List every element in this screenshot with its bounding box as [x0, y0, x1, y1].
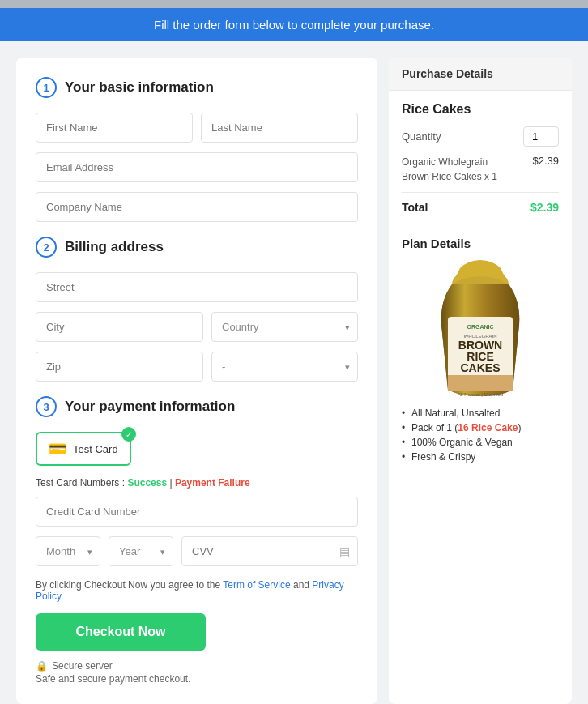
- card-option[interactable]: 💳 Test Card ✓: [36, 432, 131, 466]
- main-content: 1 Your basic information: [0, 41, 588, 704]
- right-panel: Purchase Details Rice Cakes Quantity Org…: [389, 58, 572, 704]
- section2-title-row: 2 Billing address: [36, 237, 358, 258]
- feature-4: Fresh & Crispy: [402, 451, 559, 463]
- cvv-card-icon: ▤: [339, 545, 350, 558]
- zip-input[interactable]: [36, 352, 203, 382]
- feature-1: All Natural, Unsalted: [402, 407, 559, 419]
- top-banner: Fill the order form below to complete yo…: [0, 8, 588, 41]
- section2: 2 Billing address Country ▾: [36, 237, 358, 382]
- svg-text:All Natural | Unsalted: All Natural | Unsalted: [458, 392, 503, 397]
- cvv-wrapper: ▤: [181, 536, 358, 566]
- email-row: [36, 152, 358, 182]
- checkout-button[interactable]: Checkout Now: [36, 613, 206, 651]
- section1-title: Your basic information: [65, 79, 214, 96]
- country-wrapper: Country ▾: [211, 312, 358, 342]
- secure-info: 🔒 Secure server Safe and secure payment …: [36, 660, 358, 685]
- terms-link[interactable]: Term of Service: [223, 579, 290, 591]
- last-name-input[interactable]: [201, 113, 358, 143]
- left-panel: 1 Your basic information: [16, 58, 377, 704]
- street-row: [36, 272, 358, 302]
- product-name: Rice Cakes: [402, 102, 559, 117]
- product-row: Organic Wholegrain Brown Rice Cakes x 1 …: [402, 155, 559, 184]
- terms-text: By clicking Checkout Now you agree to th…: [36, 579, 358, 602]
- product-image-container: ORGANIC WHOLEGRAIN BROWN RICE CAKES All …: [402, 260, 559, 398]
- banner-text: Fill the order form below to complete yo…: [154, 18, 434, 32]
- section3-title: Your payment information: [65, 399, 235, 415]
- company-row: [36, 192, 358, 222]
- svg-rect-7: [448, 375, 513, 391]
- safe-text-row: Safe and secure payment checkout.: [36, 673, 358, 685]
- month-wrapper: Month 010203 040506 070809 101112 ▾: [36, 536, 100, 566]
- quantity-row: Quantity: [402, 126, 559, 147]
- quantity-label: Quantity: [402, 130, 441, 143]
- page-wrapper: Fill the order form below to complete yo…: [0, 8, 588, 704]
- plan-details-title: Plan Details: [402, 237, 559, 250]
- section3-title-row: 3 Your payment information: [36, 396, 358, 417]
- product-price: $2.39: [532, 155, 559, 184]
- safe-text: Safe and secure payment checkout.: [36, 673, 190, 685]
- country-select[interactable]: Country: [211, 312, 358, 342]
- success-link[interactable]: Success: [127, 477, 167, 489]
- card-check-badge: ✓: [121, 427, 136, 442]
- section2-title: Billing address: [65, 239, 164, 255]
- year-wrapper: Year 202420252026 202720282029 ▾: [109, 536, 173, 566]
- step3-circle: 3: [36, 396, 57, 417]
- cvv-input[interactable]: [181, 536, 358, 566]
- email-input[interactable]: [36, 152, 358, 182]
- svg-text:CAKES: CAKES: [460, 361, 500, 374]
- total-label: Total: [402, 201, 428, 214]
- feature-3: 100% Organic & Vegan: [402, 437, 559, 448]
- street-input[interactable]: [36, 272, 358, 302]
- section3: 3 Your payment information 💳 Test Card ✓…: [36, 396, 358, 685]
- first-name-input[interactable]: [36, 113, 193, 143]
- section1-title-row: 1 Your basic information: [36, 77, 358, 98]
- step2-circle: 2: [36, 237, 57, 258]
- card-option-label: Test Card: [73, 443, 118, 455]
- plan-details-section: Plan Details: [389, 225, 572, 477]
- svg-text:ORGANIC: ORGANIC: [467, 324, 493, 330]
- month-year-cvv-row: Month 010203 040506 070809 101112 ▾ Year…: [36, 536, 358, 566]
- test-card-info: Test Card Numbers : Success | Payment Fa…: [36, 477, 358, 489]
- city-country-row: Country ▾: [36, 312, 358, 342]
- section1: 1 Your basic information: [36, 77, 358, 222]
- secure-server-row: 🔒 Secure server: [36, 660, 358, 672]
- state-wrapper: - ▾: [211, 352, 358, 382]
- product-desc: Organic Wholegrain Brown Rice Cakes x 1: [402, 155, 499, 184]
- total-price: $2.39: [530, 201, 559, 214]
- cc-number-input[interactable]: [36, 497, 358, 527]
- year-select[interactable]: Year 202420252026 202720282029: [109, 536, 173, 566]
- city-input[interactable]: [36, 312, 203, 342]
- quantity-input[interactable]: [523, 126, 559, 147]
- name-row: [36, 113, 358, 143]
- lock-icon: 🔒: [36, 660, 48, 672]
- feature-2: Pack of 1 (16 Rice Cake): [402, 422, 559, 433]
- cc-number-row: [36, 497, 358, 527]
- purchase-details-header: Purchase Details: [389, 58, 572, 91]
- feature-2-highlight: 16 Rice Cake: [458, 422, 518, 433]
- zip-state-row: - ▾: [36, 352, 358, 382]
- state-select[interactable]: -: [211, 352, 358, 382]
- plan-features: All Natural, Unsalted Pack of 1 (16 Rice…: [402, 407, 559, 463]
- total-row: Total $2.39: [402, 192, 559, 214]
- secure-server-text: Secure server: [52, 660, 113, 672]
- company-input[interactable]: [36, 192, 358, 222]
- purchase-details-body: Rice Cakes Quantity Organic Wholegrain B…: [389, 91, 572, 225]
- credit-card-icon: 💳: [49, 440, 66, 458]
- failure-link[interactable]: Payment Failure: [175, 477, 250, 489]
- product-image: ORGANIC WHOLEGRAIN BROWN RICE CAKES All …: [424, 260, 537, 398]
- step1-circle: 1: [36, 77, 57, 98]
- month-select[interactable]: Month 010203 040506 070809 101112: [36, 536, 100, 566]
